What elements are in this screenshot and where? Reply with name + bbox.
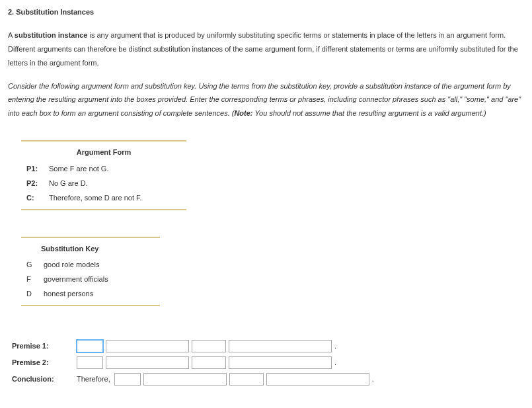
conclusion-row: Conclusion: Therefore, . <box>12 372 524 386</box>
divider <box>21 305 160 306</box>
arg-c-label: C: <box>26 192 45 205</box>
answer-area: Premise 1: . Premise 2: . Conclusion: Th… <box>12 339 524 386</box>
conclusion-input-4[interactable] <box>266 373 369 386</box>
subkey-g-text: good role models <box>40 259 99 272</box>
arg-p2-text: No G are D. <box>45 177 88 190</box>
substitution-key-block: Substitution Key G good role models F go… <box>21 237 160 306</box>
substitution-key-title: Substitution Key <box>21 238 160 259</box>
premise1-row: Premise 1: . <box>12 339 524 353</box>
arg-p1-text: Some F are not G. <box>45 163 108 176</box>
arg-c-text: Therefore, some D are not F. <box>45 192 142 205</box>
subkey-f-label: F <box>26 273 40 286</box>
divider <box>21 209 186 210</box>
premise1-input-2[interactable] <box>106 340 189 352</box>
conclusion-therefore: Therefore, <box>77 372 114 386</box>
note-label: Note: <box>234 109 252 117</box>
premise1-input-4[interactable] <box>229 340 332 352</box>
premise2-input-2[interactable] <box>106 356 189 369</box>
premise2-input-1[interactable] <box>77 356 103 369</box>
subkey-d-text: honest persons <box>40 288 93 301</box>
premise1-label: Premise 1: <box>12 339 77 353</box>
subkey-d-label: D <box>26 288 40 301</box>
period: . <box>372 372 374 386</box>
premise2-label: Premise 2: <box>12 356 77 370</box>
intro-pre: A <box>8 31 15 39</box>
conclusion-input-1[interactable] <box>114 373 141 386</box>
note-text: You should not assume that the resulting… <box>253 109 486 117</box>
arg-row-c: C: Therefore, some D are not F. <box>21 191 186 209</box>
premise1-input-1[interactable] <box>77 340 103 352</box>
arg-p2-label: P2: <box>26 177 45 190</box>
period: . <box>334 356 336 370</box>
argument-form-block: Argument Form P1: Some F are not G. P2: … <box>21 140 186 210</box>
argument-form-title: Argument Form <box>21 142 186 162</box>
subkey-f-text: government officials <box>40 273 108 286</box>
premise2-row: Premise 2: . <box>12 356 524 370</box>
arg-p1-label: P1: <box>26 163 45 176</box>
conclusion-label: Conclusion: <box>12 372 77 386</box>
subkey-row-d: D honest persons <box>21 287 160 305</box>
subkey-row-f: F government officials <box>21 272 160 287</box>
period: . <box>334 339 336 353</box>
arg-row-p1: P1: Some F are not G. <box>21 162 186 177</box>
arg-row-p2: P2: No G are D. <box>21 177 186 191</box>
premise2-input-3[interactable] <box>192 356 226 369</box>
conclusion-input-3[interactable] <box>229 373 264 386</box>
subkey-g-label: G <box>26 259 40 272</box>
instructions-paragraph: Consider the following argument form and… <box>8 79 524 121</box>
conclusion-input-2[interactable] <box>143 373 227 386</box>
intro-bold-term: substitution instance <box>15 31 88 39</box>
premise2-input-4[interactable] <box>229 356 332 369</box>
premise1-input-3[interactable] <box>192 340 226 352</box>
section-title: 2. Substitution Instances <box>8 5 524 19</box>
subkey-row-g: G good role models <box>21 258 160 272</box>
intro-paragraph: A substitution instance is any argument … <box>8 28 524 70</box>
